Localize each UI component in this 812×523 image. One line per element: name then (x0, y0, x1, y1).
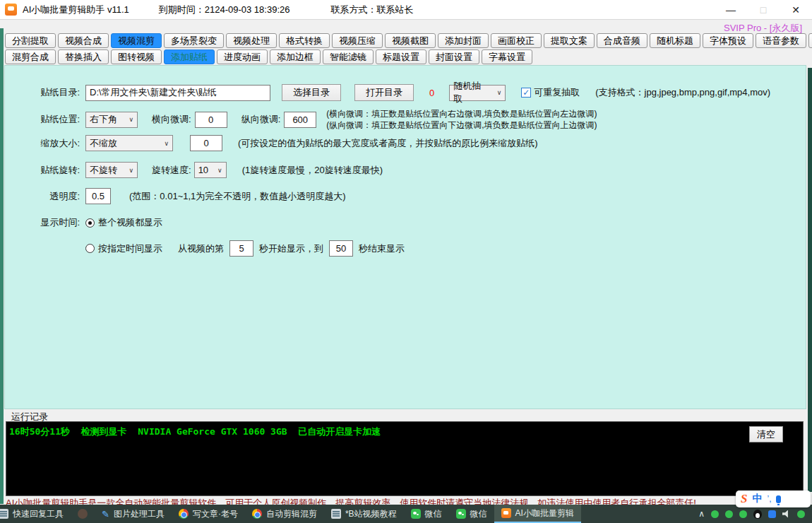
h-offset-input[interactable]: 0 (195, 112, 227, 128)
display-time-label: 显示时间: (26, 216, 80, 229)
tab-mix-compose[interactable]: 混剪合成 (5, 49, 56, 64)
tray-icon[interactable] (797, 510, 805, 518)
taskbar-item-paw[interactable] (71, 505, 95, 523)
tab-add-cover[interactable]: 添加封面 (438, 33, 489, 48)
qq-icon[interactable] (753, 510, 762, 519)
rotate-speed-select[interactable]: 10 ∨ (194, 162, 227, 178)
app-icon (5, 4, 17, 16)
tab-video-compose[interactable]: 视频合成 (58, 33, 109, 48)
tab-video-process[interactable]: 视频处理 (226, 33, 277, 48)
tab-img-to-video[interactable]: 图转视频 (111, 49, 162, 64)
taskbar-item-write-article[interactable]: 写文章·老号 (172, 505, 245, 523)
paw-icon (78, 509, 88, 519)
tab-font-preset[interactable]: 字体预设 (703, 33, 753, 48)
disclaimer-marquee: AI小咖批量剪辑助手是一款全自动智能批量剪辑软件，可用于个人原创视频制作，提高剪… (6, 497, 712, 505)
punctuation-icon[interactable]: ’, (767, 494, 771, 504)
rotate-speed-label: 旋转速度: (152, 164, 191, 177)
tab-split-extract[interactable]: 分割提取 (5, 33, 56, 48)
from-second-label: 从视频的第 (178, 242, 224, 255)
repeat-checkbox[interactable]: ✓ (521, 88, 531, 98)
log-line: 16时50分11秒 检测到显卡 NVIDIA GeForce GTX 1060 … (6, 422, 803, 438)
microphone-icon[interactable] (776, 495, 781, 503)
sticker-dir-row: 贴纸目录: D:\常用文件夹\新建文件夹\贴纸 选择目录 打开目录 0 随机抽取… (26, 84, 770, 101)
add-sticker-panel: 贴纸目录: D:\常用文件夹\新建文件夹\贴纸 选择目录 打开目录 0 随机抽取… (4, 65, 806, 409)
tab-add-border[interactable]: 添加边框 (270, 49, 321, 64)
chrome-icon (252, 509, 262, 519)
tab-user-info[interactable]: 用户信息 (808, 33, 812, 48)
rotate-label: 贴纸旋转: (26, 164, 80, 177)
chevron-down-icon: ∨ (497, 89, 502, 96)
taskbar-item-ai-xiaoka[interactable]: AI小咖批量剪辑 (494, 505, 581, 523)
tab-replace-insert[interactable]: 替换插入 (58, 49, 109, 64)
tab-voice-params[interactable]: 语音参数 (756, 33, 806, 48)
taskbar-item-wechat-1[interactable]: 微信 (404, 505, 449, 523)
repeat-checkbox-label: 可重复抽取 (534, 86, 580, 99)
mid-label: 秒开始显示，到 (259, 242, 323, 255)
sogou-logo-icon[interactable]: S (741, 492, 747, 506)
tab-frame-correct[interactable]: 画面校正 (491, 33, 542, 48)
radio-show-whole-video-label: 整个视频都显示 (98, 216, 162, 229)
taskbar-item-wechat-2[interactable]: 微信 (449, 505, 494, 523)
tab-random-title[interactable]: 随机标题 (650, 33, 700, 48)
wechat-icon (411, 509, 421, 519)
position-select[interactable]: 右下角 ∨ (85, 112, 138, 128)
wechat-tray-icon[interactable] (711, 510, 719, 518)
run-log-console: 16时50分11秒 检测到显卡 NVIDIA GeForce GTX 1060 … (6, 421, 804, 496)
wechat-tray-icon[interactable] (739, 510, 747, 518)
scale-row: 缩放大小: 不缩放 ∨ 0 (可按设定的值为贴纸的最大宽度或者高度，并按贴纸的原… (26, 135, 538, 151)
maximize-icon[interactable]: □ (747, 0, 780, 20)
tab-progress-anim[interactable]: 进度动画 (217, 49, 268, 64)
tab-audio-compose[interactable]: 合成音频 (597, 33, 647, 48)
language-mode-icon[interactable]: 中 (752, 493, 762, 505)
scale-select[interactable]: 不缩放 ∨ (85, 135, 173, 151)
expiry-text: 到期时间：2124-09-03 18:39:26 (159, 4, 290, 16)
taskbar-item-image-tool[interactable]: ✎ 图片处理工具 (95, 505, 172, 523)
minimize-icon[interactable]: — (715, 0, 747, 20)
close-icon[interactable]: ✕ (780, 0, 812, 20)
tab-video-compress[interactable]: 视频压缩 (332, 33, 383, 48)
taskbar-item-bilibili-tutorial[interactable]: *B站视频教程 (324, 505, 404, 523)
end-label: 秒结束显示 (359, 242, 405, 255)
tab-video-mix[interactable]: 视频混剪 (111, 33, 162, 48)
v-offset-input[interactable]: 600 (284, 112, 316, 128)
ime-toolbar[interactable]: S 中 ’, (736, 490, 811, 507)
system-tray: ∧ (698, 509, 812, 519)
taskbar-item-label: 自动剪辑混剪 (266, 508, 317, 520)
start-second-input[interactable]: 5 (229, 240, 253, 257)
taskbar-item-label: AI小咖批量剪辑 (515, 507, 574, 519)
h-offset-hint: (横向微调：填正数是贴纸位置向右边微调,填负数是贴纸位置向左边微调) (326, 108, 597, 119)
chrome-icon (179, 509, 189, 519)
rotate-select[interactable]: 不旋转 ∨ (85, 162, 138, 178)
tab-cover-settings[interactable]: 封面设置 (429, 49, 479, 64)
pick-mode-select[interactable]: 随机抽取 ∨ (449, 85, 506, 101)
tab-extract-text[interactable]: 提取文案 (544, 33, 595, 48)
opacity-input[interactable]: 0.5 (85, 188, 111, 204)
tray-expand-icon[interactable]: ∧ (698, 509, 705, 519)
tab-video-snapshot[interactable]: 视频截图 (385, 33, 436, 48)
taskbar-item-label: 快速回复工具 (13, 508, 64, 520)
tab-subtitle-settings[interactable]: 字幕设置 (482, 49, 532, 64)
titlebar: AI小咖批量剪辑助手 v11.1 到期时间：2124-09-03 18:39:2… (0, 0, 812, 20)
taskbar-item-quick-reply[interactable]: 快速回复工具 (0, 505, 71, 523)
end-second-input[interactable]: 50 (329, 240, 353, 257)
sticker-position-label: 贴纸位置: (26, 113, 80, 126)
volume-icon[interactable] (782, 510, 791, 518)
open-dir-button[interactable]: 打开目录 (354, 84, 414, 101)
tab-add-sticker[interactable]: 添加贴纸 (164, 49, 215, 64)
radio-show-whole-video[interactable] (85, 218, 95, 228)
tab-multi-scene[interactable]: 多场景裂变 (164, 33, 224, 48)
choose-dir-button[interactable]: 选择目录 (282, 84, 341, 101)
taskbar-item-auto-edit[interactable]: 自动剪辑混剪 (245, 505, 324, 523)
clear-log-button[interactable]: 清空 (749, 426, 783, 442)
radio-show-timed[interactable] (85, 244, 95, 253)
tab-format-convert[interactable]: 格式转换 (279, 33, 330, 48)
wechat-tray-icon[interactable] (725, 510, 733, 518)
tab-title-settings[interactable]: 标题设置 (376, 49, 426, 64)
chevron-down-icon: ∨ (217, 167, 222, 174)
scale-size-input[interactable]: 0 (190, 135, 222, 151)
sticker-dir-input[interactable]: D:\常用文件夹\新建文件夹\贴纸 (85, 85, 270, 101)
opacity-hint: (范围：0.01~1,1为完全不透明，数值越小透明度越大) (129, 190, 346, 203)
tab-smart-filter[interactable]: 智能滤镜 (323, 49, 374, 64)
app-tray-icon[interactable] (768, 510, 776, 518)
desktop-edge-left (0, 28, 4, 504)
